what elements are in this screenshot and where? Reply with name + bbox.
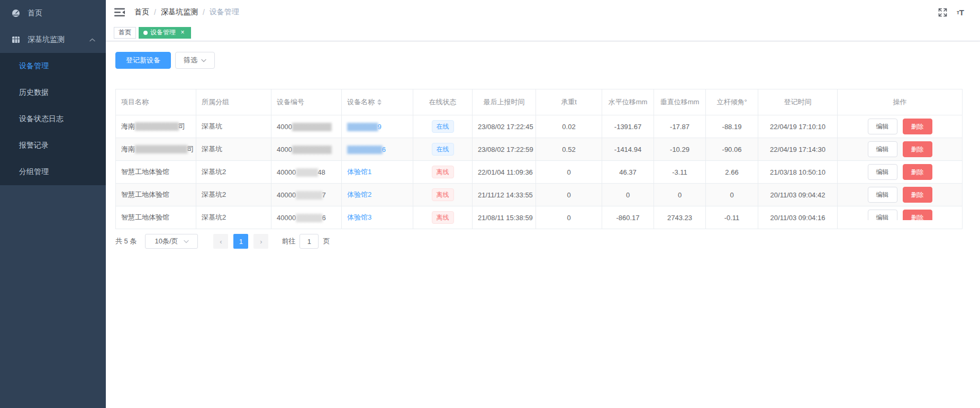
tilt-cell: -90.06 <box>706 138 758 161</box>
delete-button[interactable]: 删除 <box>903 164 932 180</box>
device-name-link[interactable]: 体验馆2 <box>347 191 371 198</box>
column-header-last_report: 最后上报时间 <box>473 89 536 115</box>
sidebar-item-group-management[interactable]: 分组管理 <box>0 159 106 185</box>
active-dot-icon <box>143 31 148 35</box>
breadcrumb-home[interactable]: 首页 <box>134 7 149 17</box>
edit-button[interactable]: 编辑 <box>868 187 897 203</box>
column-header-load: 承重t <box>536 89 602 115</box>
status-badge: 在线 <box>432 143 454 156</box>
redacted-text: █████ <box>296 168 317 176</box>
v_disp-cell: -10.29 <box>654 138 706 161</box>
device-table-grid: 项目名称所属分组设备编号设备名称在线状态最后上报时间承重t水平位移mm垂直位移m… <box>115 89 963 229</box>
chevron-up-icon <box>89 38 95 42</box>
device-name-link[interactable]: 体验馆3 <box>347 213 371 221</box>
group-cell: 深基坑2 <box>196 184 271 206</box>
sidebar-item-monitor[interactable]: 深基坑监测 <box>0 26 106 53</box>
device_name-cell: ███████9 <box>342 115 413 138</box>
group-cell: 深基坑 <box>196 138 271 161</box>
page-size-select[interactable]: 10条/页 <box>145 234 198 249</box>
device_no-cell: 40000██████7 <box>271 184 342 206</box>
table-row: 智慧工地体验馆深基坑240000██████6体验馆3离线21/08/11 15… <box>116 206 963 229</box>
main-area: 首页 / 深基坑监测 / 设备管理 тT <box>106 0 980 408</box>
next-page-button[interactable]: › <box>253 234 268 249</box>
device-name-link[interactable]: 体验馆1 <box>347 168 371 176</box>
status-badge: 离线 <box>432 211 454 224</box>
page-content: 登记新设备 筛选 项目名称所属分组设备编号设备名称在线状态最后上报时间承重t水平… <box>106 41 980 408</box>
column-header-group: 所属分组 <box>196 89 271 115</box>
breadcrumb-current: 设备管理 <box>210 7 239 17</box>
breadcrumb-monitor[interactable]: 深基坑监测 <box>161 7 198 17</box>
edit-button[interactable]: 编辑 <box>868 164 897 180</box>
status-cell: 在线 <box>413 115 473 138</box>
fullscreen-icon[interactable] <box>938 8 947 17</box>
load-cell: 0 <box>536 184 602 206</box>
sidebar-item-device-status-log[interactable]: 设备状态日志 <box>0 106 106 132</box>
hamburger-icon[interactable] <box>114 7 126 17</box>
project-cell: 智慧工地体验馆 <box>116 161 196 184</box>
edit-button[interactable]: 编辑 <box>868 119 897 134</box>
status-badge: 离线 <box>432 188 454 201</box>
delete-button[interactable]: 删除 <box>903 119 932 134</box>
close-icon[interactable]: × <box>179 29 186 37</box>
sidebar-item-device-management[interactable]: 设备管理 <box>0 53 106 79</box>
project-cell: 智慧工地体验馆 <box>116 184 196 206</box>
load-cell: 0.02 <box>536 115 602 138</box>
delete-button[interactable]: 删除 <box>903 141 932 157</box>
last_report-cell: 22/01/04 11:09:36 <box>473 161 536 184</box>
h_disp-cell: -1391.67 <box>602 115 654 138</box>
sidebar-item-history-data[interactable]: 历史数据 <box>0 79 106 106</box>
device-table: 项目名称所属分组设备编号设备名称在线状态最后上报时间承重t水平位移mm垂直位移m… <box>115 89 962 229</box>
table-row: 海南████████████司深基坑4000█████████████████6… <box>116 138 963 161</box>
sort-icon[interactable] <box>377 99 382 105</box>
page-unit-label: 页 <box>323 237 330 246</box>
edit-button[interactable]: 编辑 <box>868 141 897 157</box>
sidebar-item-label: 深基坑监测 <box>28 35 65 44</box>
device_name-cell: 体验馆3 <box>342 206 413 229</box>
project-cell: 智慧工地体验馆 <box>116 206 196 229</box>
last_report-cell: 21/08/11 15:38:59 <box>473 206 536 229</box>
prev-page-button[interactable]: ‹ <box>213 234 228 249</box>
delete-button[interactable]: 删除 <box>903 187 932 203</box>
last_report-cell: 21/11/12 14:33:55 <box>473 184 536 206</box>
v_disp-cell: 0 <box>654 184 706 206</box>
group-cell: 深基坑2 <box>196 206 271 229</box>
reg_time-cell: 20/11/03 09:04:16 <box>758 206 838 229</box>
device_name-cell: 体验馆2 <box>342 184 413 206</box>
sidebar-item-home[interactable]: 首页 <box>0 0 106 26</box>
load-cell: 0.52 <box>536 138 602 161</box>
tag-device-management[interactable]: 设备管理 × <box>139 27 191 39</box>
actions-cell: 编辑删除 <box>838 115 963 138</box>
column-header-device_no: 设备编号 <box>271 89 342 115</box>
column-header-device_name[interactable]: 设备名称 <box>342 89 413 115</box>
last_report-cell: 23/08/02 17:22:45 <box>473 115 536 138</box>
v_disp-cell: 2743.23 <box>654 206 706 229</box>
reg_time-cell: 22/04/19 17:10:10 <box>758 115 838 138</box>
group-cell: 深基坑2 <box>196 161 271 184</box>
pagination-total: 共 5 条 <box>115 237 137 246</box>
tag-home[interactable]: 首页 <box>114 27 136 39</box>
tags-bar: 首页 设备管理 × <box>106 24 980 41</box>
redacted-text: █████████ <box>292 146 331 153</box>
device_no-cell: 40000█████48 <box>271 161 342 184</box>
register-device-button[interactable]: 登记新设备 <box>115 52 171 69</box>
device-name-link[interactable]: ████████6 <box>347 146 386 153</box>
page-number-button[interactable]: 1 <box>233 234 248 249</box>
font-size-icon[interactable]: тT <box>957 8 964 17</box>
device-name-link[interactable]: ███████9 <box>347 123 382 131</box>
device_name-cell: 体验馆1 <box>342 161 413 184</box>
tilt-cell: 0 <box>706 184 758 206</box>
status-badge: 在线 <box>432 120 454 133</box>
breadcrumb: 首页 / 深基坑监测 / 设备管理 <box>134 7 239 17</box>
chevron-down-icon <box>184 240 189 243</box>
pagination: 共 5 条 10条/页 ‹ 1 › 前往 页 <box>115 234 962 249</box>
filter-button[interactable]: 筛选 <box>175 52 215 69</box>
sidebar-item-alarm-records[interactable]: 报警记录 <box>0 132 106 159</box>
tilt-cell: -88.19 <box>706 115 758 138</box>
redacted-text: ████████ <box>347 146 382 153</box>
redacted-text: ███████ <box>347 123 377 131</box>
goto-page-input[interactable] <box>300 234 319 249</box>
redacted-text: █████████ <box>292 123 331 131</box>
column-header-actions: 操作 <box>838 89 963 115</box>
last_report-cell: 23/08/02 17:22:59 <box>473 138 536 161</box>
reg_time-cell: 20/11/03 09:04:42 <box>758 184 838 206</box>
